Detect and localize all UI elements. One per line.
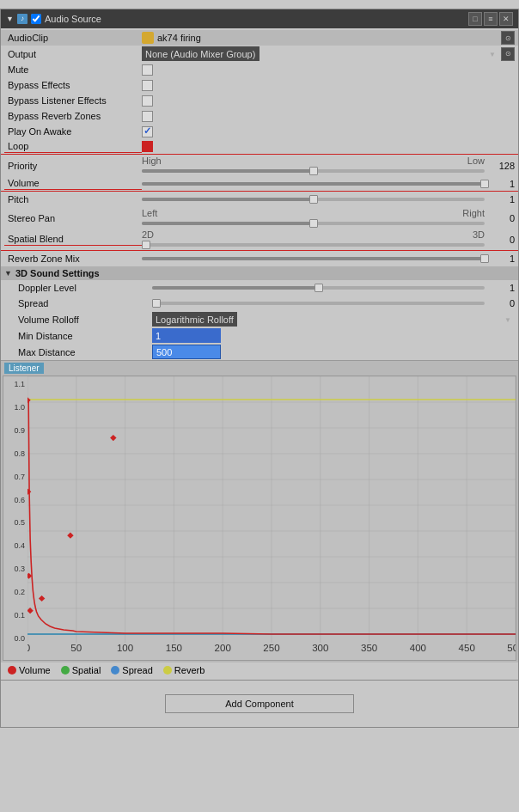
spread-value-area: 0 [152,298,515,308]
legend-reverb: Reverb [163,665,205,675]
spatial-slider-thumb[interactable] [142,241,150,249]
y-label-10: 1.0 [6,403,25,412]
pitch-slider-track[interactable] [142,198,485,201]
reverb-mix-row: Reverb Zone Mix 1 [1,251,518,266]
header-icon-1[interactable]: □ [468,12,482,26]
y-label-06: 0.6 [6,496,25,504]
max-dist-input[interactable] [152,345,221,359]
y-label-04: 0.4 [6,541,25,550]
audioclip-select-btn[interactable]: ⊙ [501,31,515,45]
output-dropdown-wrapper: None (Audio Mixer Group) [142,46,499,61]
spread-slider-thumb[interactable] [152,299,161,308]
pitch-row: Pitch 1 [1,192,518,207]
svg-text:100: 100 [117,643,133,653]
priority-slider-thumb[interactable] [309,167,318,175]
volume-slider-track[interactable] [142,182,485,186]
reverb-slider-thumb[interactable] [480,254,489,263]
y-label-05: 0.5 [6,518,25,527]
y-label-11: 1.1 [6,380,25,388]
priority-right-label: Low [467,156,485,166]
vol-point-5 [67,533,73,539]
vol-point-6 [110,435,116,441]
audioclip-label: AudioClip [4,33,142,43]
play-on-awake-value-area [142,126,515,137]
rolloff-dropdown[interactable]: Logarithmic Rolloff [152,312,237,327]
legend-spread-label: Spread [122,665,152,675]
bypass-listener-row: Bypass Listener Effects [1,93,518,108]
bypass-effects-checkbox[interactable] [142,80,153,91]
stereo-slider-track[interactable] [142,222,485,225]
bypass-listener-checkbox[interactable] [142,95,153,107]
reverb-slider-row [142,254,485,263]
spatial-slider-track[interactable] [142,243,485,247]
stereo-pan-slider-container: Left Right [142,208,485,228]
spread-label: Spread [15,298,152,308]
loop-checkbox[interactable] [142,141,153,152]
collapse-triangle[interactable]: ▼ [6,15,14,23]
priority-slider-container: High Low [142,156,485,175]
bypass-reverb-checkbox[interactable] [142,111,153,122]
svg-text:50: 50 [70,643,82,653]
output-select-btn[interactable]: ⊙ [501,47,515,61]
bypass-reverb-row: Bypass Reverb Zones [1,108,518,124]
svg-text:200: 200 [215,643,231,653]
priority-row: Priority High Low 128 [1,155,518,176]
add-component-button[interactable]: Add Component [165,694,354,713]
chart-container: 1.1 1.0 0.9 0.8 0.7 0.6 0.5 0.4 0.3 0.2 … [3,375,516,661]
mute-row: Mute [1,62,518,77]
output-dropdown[interactable]: None (Audio Mixer Group) [142,46,260,61]
spatial-right-label: 3D [473,229,485,240]
volume-slider-fill [142,182,485,186]
reverb-slider-fill [142,257,485,260]
stereo-slider-fill [142,222,314,225]
doppler-slider-track[interactable] [152,286,485,290]
vol-point-4 [39,595,45,601]
max-dist-value-area [152,345,515,359]
svg-text:0: 0 [27,643,30,653]
stereo-pan-value-area: Left Right 0 [142,208,515,228]
header-icons: □ ≡ ✕ [468,12,513,26]
spread-slider-row [152,299,485,308]
stereo-labels: Left Right [142,208,485,218]
audioclip-value: ak74 firing [157,33,201,43]
pitch-label: Pitch [4,194,142,205]
pitch-slider-thumb[interactable] [309,195,318,204]
loop-value-area [142,141,515,152]
stereo-pan-label: Stereo Pan [4,213,142,223]
audio-source-panel: ▼ ♪ Audio Source □ ≡ ✕ AudioClip ak74 fi… [0,9,519,681]
sound-settings-header[interactable]: ▼ 3D Sound Settings [1,266,518,280]
doppler-slider-row [152,284,485,292]
volume-slider-thumb[interactable] [480,180,489,188]
legend-volume-dot [8,666,16,675]
pitch-value-area: 1 [142,194,515,205]
legend-spread: Spread [111,665,152,675]
bypass-listener-value-area [142,95,515,107]
legend-spatial-label: Spatial [72,665,101,675]
spatial-blend-row: Spatial Blend 2D 3D 0 [1,229,518,251]
priority-slider-track[interactable] [142,169,485,173]
panel-header: ▼ ♪ Audio Source □ ≡ ✕ [1,9,518,28]
component-enabled-checkbox[interactable] [31,14,41,24]
header-icon-3[interactable]: ✕ [499,12,513,26]
min-dist-input[interactable] [152,328,221,343]
legend-reverb-dot [163,666,172,675]
stereo-slider-thumb[interactable] [309,219,318,228]
spread-slider-track[interactable] [152,302,485,305]
max-dist-row: Max Distance [1,344,518,360]
reverb-slider-track[interactable] [142,257,485,260]
y-label-08: 0.8 [6,449,25,458]
svg-text:300: 300 [312,643,328,653]
header-icon-2[interactable]: ≡ [484,12,498,26]
svg-text:500: 500 [507,643,516,653]
chart-legend: Volume Spatial Spread Reverb [1,662,518,678]
stereo-value: 0 [485,213,515,223]
doppler-slider-thumb[interactable] [314,284,323,292]
mute-checkbox[interactable] [142,64,153,76]
y-label-03: 0.3 [6,565,25,573]
priority-slider-row [142,167,485,175]
pitch-slider-fill [142,198,314,201]
spatial-left-label: 2D [142,229,154,240]
play-on-awake-checkbox[interactable] [142,126,153,137]
volume-value-area: 1 [142,179,515,189]
y-label-09: 0.9 [6,426,25,435]
